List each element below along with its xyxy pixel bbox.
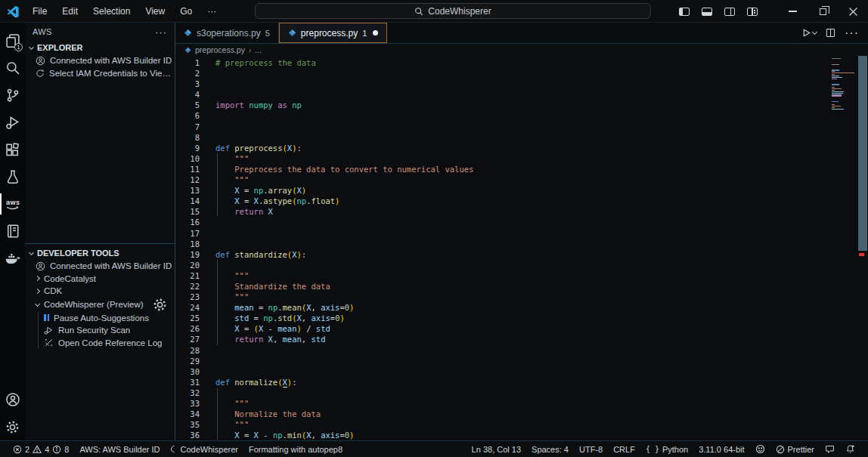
person-icon: [36, 56, 45, 66]
activity-extensions[interactable]: [0, 136, 25, 163]
feedback-icon: [825, 444, 835, 454]
status-bell[interactable]: [840, 444, 860, 454]
menu-[interactable]: ···: [201, 4, 222, 19]
status-python[interactable]: { }Python: [640, 445, 693, 454]
menu-selection[interactable]: Selection: [87, 4, 136, 19]
scrollbar[interactable]: [858, 56, 868, 440]
code-line-33: 33 """: [175, 398, 829, 409]
menu-view[interactable]: View: [139, 4, 171, 19]
tree-item-connected-with-aws-builder-id[interactable]: Connected with AWS Builder ID: [25, 260, 175, 273]
status-utf-8[interactable]: UTF-8: [574, 445, 608, 454]
tree-item-codewhisperer-preview-[interactable]: CodeWhisperer (Preview): [25, 298, 144, 311]
code-line-26: 26 X = (X - mean) / std: [175, 323, 829, 334]
line-number: 20: [175, 260, 200, 270]
status-text: Formatting with autopep8: [249, 445, 343, 454]
menu-edit[interactable]: Edit: [56, 4, 84, 19]
modified-dot-icon[interactable]: [373, 30, 378, 36]
toggle-secondary-sidebar-icon[interactable]: [724, 8, 735, 16]
code-line-29: 29: [175, 356, 829, 366]
status-aws-aws-builder-id[interactable]: AWS: AWS Builder ID: [74, 445, 165, 454]
chevron-down-icon: [29, 44, 34, 49]
status-text: 3.11.0 64-bit: [699, 445, 744, 454]
activity-run-and-debug[interactable]: [0, 109, 25, 136]
line-number: 26: [175, 323, 200, 334]
run-dropdown-icon[interactable]: [812, 29, 817, 35]
code-line-36: 36 X = X - np.min(X, axis=0): [175, 430, 829, 440]
python-icon: [288, 29, 296, 37]
developer-tools-section-header[interactable]: DEVELOPER TOOLS: [25, 246, 175, 260]
tree-item-codecatalyst[interactable]: CodeCatalyst: [25, 273, 175, 286]
tree-item-select-iam-credentials-to-view[interactable]: Select IAM Credentials to View Reso...: [25, 67, 175, 80]
status-problems[interactable]: 248: [8, 445, 74, 454]
activity-source-control[interactable]: [0, 82, 25, 109]
status-smiley[interactable]: [750, 444, 770, 454]
sidebar-title: AWS: [33, 27, 52, 36]
code-area[interactable]: 1# preprocess the data2345import numpy a…: [175, 56, 829, 440]
tree-item-run-security-scan[interactable]: Run Security Scan: [39, 324, 175, 337]
breadcrumb-separator: ›: [249, 46, 251, 54]
status-ln-38-col-13[interactable]: Ln 38, Col 13: [467, 445, 526, 454]
tab-s3operations-py[interactable]: s3operations.py5: [175, 23, 279, 43]
explorer-section-header[interactable]: EXPLORER: [25, 41, 175, 54]
status-feedback[interactable]: [820, 444, 840, 454]
activity-search[interactable]: [0, 54, 25, 82]
status-crlf[interactable]: CRLF: [608, 445, 640, 454]
svg-text:aws: aws: [5, 199, 19, 206]
activity-testing[interactable]: [0, 163, 25, 190]
tree-item-connected-with-aws-builder-id[interactable]: Connected with AWS Builder ID: [25, 54, 175, 67]
menu-go[interactable]: Go: [174, 4, 198, 19]
gear-icon[interactable]: [153, 298, 167, 312]
sidebar-more-actions[interactable]: ···: [155, 26, 167, 38]
tab-preprocess-py[interactable]: preprocess.py1: [279, 23, 388, 43]
status-spaces-4[interactable]: Spaces: 4: [526, 445, 574, 454]
activity-accounts[interactable]: [0, 386, 25, 413]
line-number: 5: [175, 100, 200, 110]
python-icon: [184, 29, 192, 37]
scan-icon: [44, 326, 54, 335]
status-bar: 248AWS: AWS Builder IDCodeWhispererForma…: [0, 440, 868, 457]
command-center[interactable]: CodeWhisperer: [255, 3, 651, 19]
run-python-file-button[interactable]: [801, 28, 817, 38]
tab-problem-count: 5: [265, 29, 270, 38]
status-text: CRLF: [613, 445, 635, 454]
code-line-21: 21 """: [175, 270, 829, 281]
tree-item-cdk[interactable]: CDK: [25, 285, 175, 298]
code-line-16: 16: [175, 217, 829, 227]
status-prettier[interactable]: Prettier: [770, 445, 820, 454]
line-number: 28: [175, 345, 200, 356]
code-line-22: 22 Standardize the data: [175, 281, 829, 292]
code-line-2: 2: [175, 68, 829, 79]
tree-item-label: Open Code Reference Log: [58, 338, 162, 347]
title-bar: FileEditSelectionViewGo··· ← → CodeWhisp…: [0, 0, 868, 23]
activity-manage[interactable]: [0, 413, 25, 440]
menu-file[interactable]: File: [26, 4, 53, 19]
minimize-button[interactable]: [777, 0, 808, 23]
chevron-down-icon: [35, 301, 40, 306]
python-file-icon: [184, 47, 191, 54]
activity-explorer[interactable]: 1: [0, 27, 25, 54]
activity-aws[interactable]: aws: [0, 190, 25, 218]
activity-resources[interactable]: [0, 218, 25, 245]
tree-item-label: CodeWhisperer (Preview): [44, 300, 144, 309]
tree-item-pause-auto-suggestions[interactable]: Pause Auto-Suggestions: [39, 312, 175, 325]
customize-layout-icon[interactable]: [747, 8, 758, 16]
scrollbar-thumb[interactable]: [858, 56, 867, 251]
status-formatting-with-autopep8[interactable]: Formatting with autopep8: [243, 445, 348, 454]
menu-bar: FileEditSelectionViewGo···: [26, 4, 222, 19]
tree-item-open-code-reference-log[interactable]: Open Code Reference Log: [39, 337, 175, 350]
code-line-7: 7: [175, 122, 829, 132]
prettier-icon: [776, 445, 785, 454]
tree-item-label: CDK: [44, 286, 62, 295]
split-editor-icon[interactable]: [826, 28, 835, 38]
toggle-panel-icon[interactable]: [702, 8, 712, 16]
restore-button[interactable]: [808, 0, 838, 23]
breadcrumb-file: preprocess.py: [195, 45, 245, 54]
status-3-11-0-64-bit[interactable]: 3.11.0 64-bit: [693, 445, 749, 454]
status-codewhisperer[interactable]: CodeWhisperer: [166, 445, 243, 454]
toggle-primary-sidebar-icon[interactable]: [679, 8, 690, 16]
activity-docker[interactable]: [0, 245, 25, 272]
close-button[interactable]: [838, 0, 868, 23]
breadcrumb[interactable]: preprocess.py › ...: [175, 44, 868, 56]
minimap[interactable]: [829, 56, 858, 440]
editor-more-actions-icon[interactable]: ···: [845, 26, 859, 40]
